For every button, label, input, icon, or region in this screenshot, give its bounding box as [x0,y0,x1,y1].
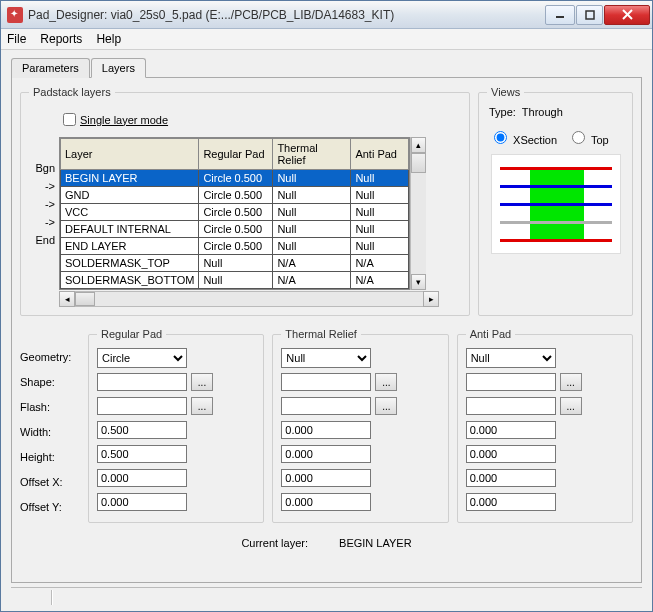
thermal-shape-browse-button[interactable]: ... [375,373,397,391]
grid-vertical-scrollbar[interactable]: ▴ ▾ [410,137,426,290]
cell-anti[interactable]: N/A [351,272,409,289]
regular-flash-browse-button[interactable]: ... [191,397,213,415]
col-header-regular[interactable]: Regular Pad [199,139,273,170]
cell-regular[interactable]: Circle 0.500 [199,170,273,187]
thermal-height-input[interactable] [281,445,371,463]
cell-thermal[interactable]: Null [273,187,351,204]
cell-layer[interactable]: SOLDERMASK_BOTTOM [61,272,199,289]
cell-thermal[interactable]: N/A [273,255,351,272]
xsection-radio[interactable] [494,131,507,144]
table-row[interactable]: BEGIN LAYERCircle 0.500NullNull [61,170,409,187]
thermal-offsety-input[interactable] [281,493,371,511]
table-row[interactable]: DEFAULT INTERNALCircle 0.500NullNull [61,221,409,238]
cell-thermal[interactable]: N/A [273,272,351,289]
cell-thermal[interactable]: Null [273,238,351,255]
table-row[interactable]: SOLDERMASK_TOPNullN/AN/A [61,255,409,272]
anti-shape-input[interactable] [466,373,556,391]
current-layer-value: BEGIN LAYER [339,537,412,549]
menu-file[interactable]: File [7,32,26,46]
cell-thermal[interactable]: Null [273,221,351,238]
scroll-up-arrow-icon[interactable]: ▴ [411,137,426,153]
regular-shape-browse-button[interactable]: ... [191,373,213,391]
grid-horizontal-scrollbar[interactable]: ◂ ▸ [59,291,439,307]
close-button[interactable] [604,5,650,25]
thermal-offsetx-input[interactable] [281,469,371,487]
cell-layer[interactable]: BEGIN LAYER [61,170,199,187]
cell-layer[interactable]: SOLDERMASK_TOP [61,255,199,272]
cell-regular[interactable]: Circle 0.500 [199,221,273,238]
tab-layers[interactable]: Layers [91,58,146,78]
app-icon [7,7,23,23]
col-header-anti[interactable]: Anti Pad [351,139,409,170]
cell-anti[interactable]: N/A [351,255,409,272]
table-row[interactable]: GNDCircle 0.500NullNull [61,187,409,204]
regular-offsetx-input[interactable] [97,469,187,487]
regular-width-input[interactable] [97,421,187,439]
top-radio-label[interactable]: Top [567,128,609,146]
cell-layer[interactable]: VCC [61,204,199,221]
thermal-width-input[interactable] [281,421,371,439]
anti-height-input[interactable] [466,445,556,463]
cell-anti[interactable]: Null [351,238,409,255]
thermal-geometry-select[interactable]: Null [281,348,371,368]
table-row[interactable]: VCCCircle 0.500NullNull [61,204,409,221]
anti-offsetx-input[interactable] [466,469,556,487]
regular-flash-input[interactable] [97,397,187,415]
scroll-right-arrow-icon[interactable]: ▸ [423,291,439,307]
menu-reports[interactable]: Reports [40,32,82,46]
thermal-shape-input[interactable] [281,373,371,391]
layers-grid[interactable]: Layer Regular Pad Thermal Relief Anti Pa… [59,137,410,290]
col-header-thermal[interactable]: Thermal Relief [273,139,351,170]
scroll-thumb[interactable] [411,153,426,173]
tab-parameters[interactable]: Parameters [11,58,90,78]
cell-thermal[interactable]: Null [273,170,351,187]
anti-width-input[interactable] [466,421,556,439]
thermal-flash-input[interactable] [281,397,371,415]
anti-flash-input[interactable] [466,397,556,415]
cell-anti[interactable]: Null [351,170,409,187]
scroll-down-arrow-icon[interactable]: ▾ [411,274,426,290]
regular-height-input[interactable] [97,445,187,463]
tabs: Parameters Layers [11,58,642,78]
cell-layer[interactable]: END LAYER [61,238,199,255]
xsection-radio-label[interactable]: XSection [489,128,557,146]
single-layer-mode-checkbox[interactable] [63,113,76,126]
cell-regular[interactable]: Circle 0.500 [199,187,273,204]
label-height: Height: [20,448,80,466]
cell-regular[interactable]: Null [199,272,273,289]
cell-layer[interactable]: DEFAULT INTERNAL [61,221,199,238]
views-type-label: Type: [489,106,516,118]
cell-regular[interactable]: Circle 0.500 [199,238,273,255]
cell-anti[interactable]: Null [351,187,409,204]
cell-anti[interactable]: Null [351,221,409,238]
table-row[interactable]: SOLDERMASK_BOTTOMNullN/AN/A [61,272,409,289]
regular-geometry-select[interactable]: Circle [97,348,187,368]
single-layer-mode-label[interactable]: Single layer mode [80,114,168,126]
table-row[interactable]: END LAYERCircle 0.500NullNull [61,238,409,255]
hscroll-thumb[interactable] [75,292,95,306]
scroll-left-arrow-icon[interactable]: ◂ [59,291,75,307]
cell-regular[interactable]: Circle 0.500 [199,204,273,221]
anti-geometry-select[interactable]: Null [466,348,556,368]
minimize-button[interactable] [545,5,575,25]
svg-rect-1 [586,11,594,19]
cell-regular[interactable]: Null [199,255,273,272]
thermal-flash-browse-button[interactable]: ... [375,397,397,415]
cell-anti[interactable]: Null [351,204,409,221]
maximize-button[interactable] [576,5,603,25]
cell-layer[interactable]: GND [61,187,199,204]
regular-shape-input[interactable] [97,373,187,391]
field-labels-column: Geometry: Shape: Flash: Width: Height: O… [20,328,80,523]
regular-pad-legend: Regular Pad [97,328,166,340]
cell-thermal[interactable]: Null [273,204,351,221]
row-label [33,267,59,285]
anti-flash-browse-button[interactable]: ... [560,397,582,415]
thermal-relief-legend: Thermal Relief [281,328,361,340]
anti-shape-browse-button[interactable]: ... [560,373,582,391]
anti-offsety-input[interactable] [466,493,556,511]
menu-help[interactable]: Help [96,32,121,46]
top-radio[interactable] [572,131,585,144]
regular-offsety-input[interactable] [97,493,187,511]
col-header-layer[interactable]: Layer [61,139,199,170]
app-window: Pad_Designer: via0_25s0_5.pad (E:.../PCB… [0,0,653,612]
